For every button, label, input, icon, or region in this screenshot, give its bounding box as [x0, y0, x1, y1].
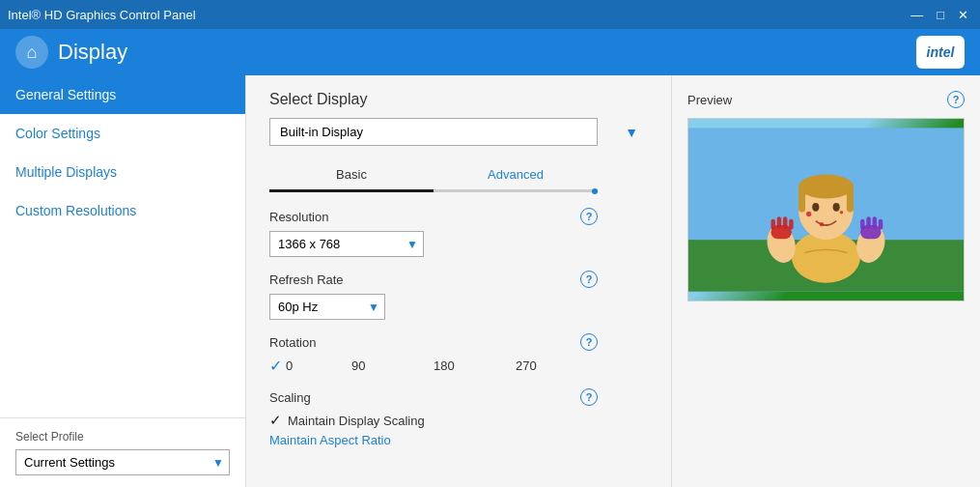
scaling-label-row: Scaling ? — [269, 388, 598, 406]
svg-rect-23 — [879, 219, 882, 230]
refresh-rate-label: Refresh Rate — [269, 272, 344, 287]
svg-point-11 — [840, 211, 844, 215]
rotation-checkmark-0: ✓ — [269, 357, 282, 375]
home-button[interactable]: ⌂ — [15, 36, 48, 69]
refresh-rate-help-icon[interactable]: ? — [580, 271, 598, 288]
preview-image — [687, 118, 965, 301]
header-bar: ⌂ Display intel — [0, 29, 980, 75]
tabs-container: Basic Advanced — [269, 161, 648, 192]
home-icon: ⌂ — [27, 43, 38, 63]
scaling-maintain-display-label: Maintain Display Scaling — [288, 414, 425, 428]
display-select-arrow-icon: ▼ — [625, 125, 638, 140]
resolution-label-row: Resolution ? — [269, 208, 598, 225]
preview-label-row: Preview ? — [687, 91, 965, 108]
window-controls: — □ ✕ — [907, 8, 972, 22]
rotation-label-270: 270 — [516, 358, 537, 373]
rotation-label-row: Rotation ? — [269, 333, 598, 351]
tab-advanced[interactable]: Advanced — [434, 161, 598, 187]
scaling-option-maintain-aspect[interactable]: Maintain Aspect Ratio — [269, 433, 648, 447]
refresh-rate-label-row: Refresh Rate ? — [269, 271, 598, 288]
refresh-rate-select[interactable]: 60p Hz 59p Hz — [269, 294, 385, 320]
svg-point-8 — [833, 203, 840, 212]
content-area: Select Display Built-in Display ▼ Basic … — [246, 75, 671, 487]
rotation-option-180[interactable]: 180 — [434, 358, 516, 373]
intel-logo: intel — [916, 36, 965, 69]
select-display-section: Select Display Built-in Display ▼ — [269, 91, 648, 146]
sidebar-item-general-settings[interactable]: General Settings — [0, 75, 245, 114]
maximize-button[interactable]: □ — [933, 8, 948, 22]
title-bar: Intel® HD Graphics Control Panel — □ ✕ — [0, 0, 980, 29]
sidebar: General Settings Color Settings Multiple… — [0, 75, 246, 487]
tab-row: Basic Advanced — [269, 161, 598, 187]
preview-help-icon[interactable]: ? — [947, 91, 965, 108]
select-display-label: Select Display — [269, 91, 648, 108]
scaling-section: Scaling ? ✓ Maintain Display Scaling Mai… — [269, 388, 648, 447]
select-profile-label: Select Profile — [15, 430, 230, 444]
sidebar-item-custom-resolutions[interactable]: Custom Resolutions — [0, 191, 245, 230]
header-title: Display — [58, 40, 127, 65]
svg-rect-5 — [798, 186, 805, 213]
rotation-label: Rotation — [269, 335, 316, 350]
svg-point-4 — [798, 174, 854, 198]
tab-indicator-dot — [592, 188, 598, 194]
rotation-help-icon[interactable]: ? — [580, 333, 598, 351]
tab-slider: Basic Advanced — [269, 161, 598, 192]
scaling-label: Scaling — [269, 390, 311, 405]
svg-point-9 — [806, 212, 811, 216]
refresh-rate-select-wrap: 60p Hz 59p Hz ▼ — [269, 294, 385, 320]
tab-indicator — [269, 189, 434, 192]
resolution-label: Resolution — [269, 210, 328, 224]
rotation-option-270[interactable]: 270 — [516, 358, 598, 373]
preview-panel: Preview ? — [671, 75, 980, 487]
rotation-option-90[interactable]: 90 — [351, 358, 434, 373]
scaling-help-icon[interactable]: ? — [580, 388, 598, 406]
svg-rect-6 — [847, 186, 854, 213]
resolution-select-wrap: 1366 x 768 1280 x 720 1024 x 768 ▼ — [269, 231, 424, 257]
resolution-section: Resolution ? 1366 x 768 1280 x 720 1024 … — [269, 208, 648, 257]
svg-rect-21 — [866, 216, 870, 228]
rotation-section: Rotation ? ✓ 0 90 180 270 — [269, 333, 648, 375]
sidebar-item-multiple-displays[interactable]: Multiple Displays — [0, 153, 245, 191]
sidebar-item-color-settings[interactable]: Color Settings — [0, 114, 245, 153]
svg-rect-16 — [783, 216, 787, 228]
svg-rect-14 — [771, 219, 775, 230]
svg-rect-17 — [789, 219, 793, 230]
rotation-label-180: 180 — [434, 358, 455, 373]
profile-select[interactable]: Current Settings — [15, 449, 230, 475]
svg-rect-15 — [777, 216, 781, 228]
scaling-maintain-aspect-link[interactable]: Maintain Aspect Ratio — [269, 433, 391, 447]
scaling-check-icon: ✓ — [269, 412, 282, 429]
close-button[interactable]: ✕ — [954, 8, 972, 22]
svg-rect-20 — [860, 219, 864, 230]
display-select-wrap: Built-in Display ▼ — [269, 118, 648, 146]
tab-basic[interactable]: Basic — [269, 161, 434, 187]
svg-point-7 — [812, 203, 819, 212]
display-select[interactable]: Built-in Display — [269, 118, 598, 146]
preview-label: Preview — [687, 93, 732, 107]
rotation-label-0: 0 — [286, 358, 293, 373]
minimize-button[interactable]: — — [907, 8, 927, 22]
main-layout: General Settings Color Settings Multiple… — [0, 75, 980, 487]
header-left: ⌂ Display — [15, 36, 127, 69]
sidebar-nav: General Settings Color Settings Multiple… — [0, 75, 245, 417]
resolution-select[interactable]: 1366 x 768 1280 x 720 1024 x 768 — [269, 231, 424, 257]
scaling-option-maintain-display[interactable]: ✓ Maintain Display Scaling — [269, 412, 648, 429]
rotation-options-row: ✓ 0 90 180 270 — [269, 357, 598, 375]
svg-rect-22 — [873, 216, 877, 228]
sidebar-bottom: Select Profile Current Settings ▼ — [0, 417, 245, 487]
svg-point-10 — [820, 222, 824, 226]
rotation-option-0[interactable]: ✓ 0 — [269, 357, 351, 375]
app-title: Intel® HD Graphics Control Panel — [8, 8, 196, 22]
rotation-label-90: 90 — [351, 358, 365, 373]
refresh-rate-section: Refresh Rate ? 60p Hz 59p Hz ▼ — [269, 271, 648, 320]
profile-select-wrap: Current Settings ▼ — [15, 449, 230, 475]
tab-track — [269, 189, 598, 192]
resolution-help-icon[interactable]: ? — [580, 208, 598, 225]
